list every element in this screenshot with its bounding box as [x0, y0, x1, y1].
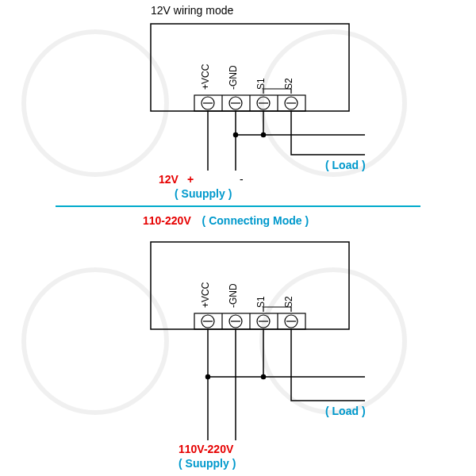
- bottom-title-voltage: 110-220V: [143, 214, 191, 227]
- svg-point-39: [206, 375, 210, 379]
- bottom-title: 110-220V ( Connecting Mode ): [143, 214, 309, 227]
- svg-point-1: [262, 32, 405, 175]
- svg-point-20: [234, 133, 238, 137]
- top-term-gnd: -GND: [228, 65, 239, 90]
- top-supply-plus: +: [187, 173, 194, 186]
- bot-term-s2: S2: [283, 296, 294, 308]
- bottom-supply-voltage: 110V-220V: [178, 443, 233, 455]
- top-term-vcc: +VCC: [200, 64, 211, 90]
- bottom-supply-label: ( Suupply ): [178, 457, 236, 470]
- svg-point-0: [24, 32, 167, 175]
- bot-term-gnd: -GND: [228, 283, 239, 308]
- svg-point-2: [24, 270, 167, 413]
- top-load-label: ( Load ): [325, 159, 366, 171]
- svg-point-21: [262, 133, 266, 137]
- top-supply-label: ( Suupply ): [175, 187, 232, 200]
- bot-term-vcc: +VCC: [200, 282, 211, 308]
- top-supply-voltage: 12V: [159, 173, 178, 186]
- top-term-s1: S1: [255, 78, 267, 90]
- svg-point-3: [262, 270, 405, 413]
- top-supply-minus: -: [240, 173, 244, 186]
- svg-point-40: [262, 375, 266, 379]
- bottom-title-mode: ( Connecting Mode ): [202, 214, 309, 227]
- bot-term-s1: S1: [255, 296, 267, 308]
- bottom-load-label: ( Load ): [325, 405, 366, 417]
- top-term-s2: S2: [283, 78, 294, 90]
